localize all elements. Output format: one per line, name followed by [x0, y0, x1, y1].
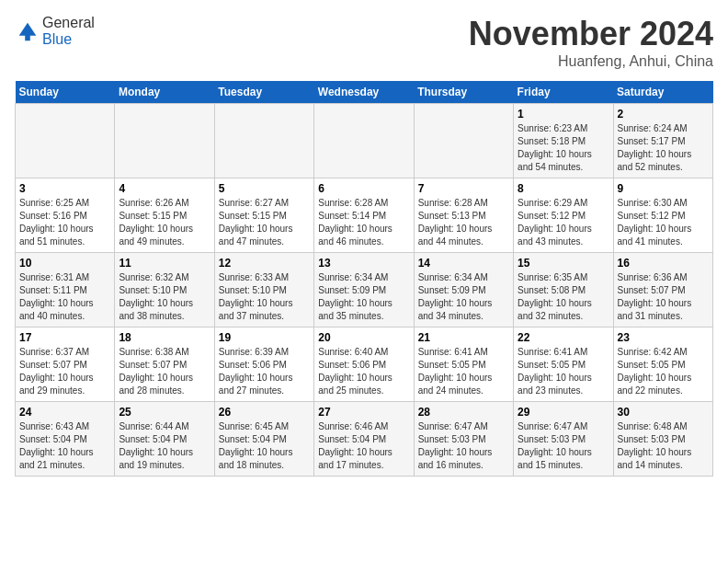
- day-info: Sunrise: 6:26 AM Sunset: 5:15 PM Dayligh…: [119, 197, 210, 248]
- calendar-cell: 9Sunrise: 6:30 AM Sunset: 5:12 PM Daylig…: [613, 178, 712, 253]
- day-number: 11: [119, 257, 210, 270]
- calendar-cell: 20Sunrise: 6:40 AM Sunset: 5:06 PM Dayli…: [314, 327, 414, 402]
- day-number: 19: [219, 331, 310, 344]
- weekday-header-friday: Friday: [514, 81, 613, 104]
- calendar-cell: 5Sunrise: 6:27 AM Sunset: 5:15 PM Daylig…: [214, 178, 313, 253]
- day-info: Sunrise: 6:25 AM Sunset: 5:16 PM Dayligh…: [19, 197, 110, 248]
- calendar-cell: 27Sunrise: 6:46 AM Sunset: 5:04 PM Dayli…: [314, 402, 414, 477]
- day-info: Sunrise: 6:28 AM Sunset: 5:14 PM Dayligh…: [318, 197, 409, 248]
- calendar-week-row: 3Sunrise: 6:25 AM Sunset: 5:16 PM Daylig…: [16, 178, 713, 253]
- day-info: Sunrise: 6:34 AM Sunset: 5:09 PM Dayligh…: [318, 271, 409, 323]
- calendar-table: SundayMondayTuesdayWednesdayThursdayFrid…: [15, 81, 713, 477]
- logo-general-text: General: [42, 15, 95, 30]
- day-info: Sunrise: 6:38 AM Sunset: 5:07 PM Dayligh…: [119, 346, 210, 397]
- day-number: 17: [19, 331, 110, 344]
- day-number: 24: [19, 406, 110, 419]
- calendar-cell: 21Sunrise: 6:41 AM Sunset: 5:05 PM Dayli…: [414, 327, 513, 402]
- day-info: Sunrise: 6:30 AM Sunset: 5:12 PM Dayligh…: [618, 197, 709, 248]
- logo-icon: [15, 18, 40, 44]
- day-number: 18: [119, 331, 210, 344]
- calendar-header: November 2024 Huanfeng, Anhui, China: [469, 15, 713, 70]
- day-number: 4: [119, 182, 210, 195]
- calendar-week-row: 17Sunrise: 6:37 AM Sunset: 5:07 PM Dayli…: [16, 327, 713, 402]
- calendar-cell: [16, 104, 115, 178]
- calendar-cell: 6Sunrise: 6:28 AM Sunset: 5:14 PM Daylig…: [314, 178, 414, 253]
- day-info: Sunrise: 6:33 AM Sunset: 5:10 PM Dayligh…: [219, 271, 310, 323]
- weekday-header-tuesday: Tuesday: [214, 81, 313, 104]
- day-info: Sunrise: 6:34 AM Sunset: 5:09 PM Dayligh…: [418, 271, 509, 323]
- day-info: Sunrise: 6:35 AM Sunset: 5:08 PM Dayligh…: [518, 271, 609, 323]
- calendar-title: November 2024: [469, 15, 713, 53]
- day-number: 3: [19, 182, 110, 195]
- day-info: Sunrise: 6:47 AM Sunset: 5:03 PM Dayligh…: [518, 420, 609, 472]
- calendar-cell: 16Sunrise: 6:36 AM Sunset: 5:07 PM Dayli…: [613, 253, 712, 327]
- calendar-cell: 18Sunrise: 6:38 AM Sunset: 5:07 PM Dayli…: [115, 327, 214, 402]
- day-info: Sunrise: 6:46 AM Sunset: 5:04 PM Dayligh…: [318, 420, 409, 472]
- calendar-cell: 19Sunrise: 6:39 AM Sunset: 5:06 PM Dayli…: [214, 327, 313, 402]
- calendar-cell: 3Sunrise: 6:25 AM Sunset: 5:16 PM Daylig…: [16, 178, 115, 253]
- day-number: 22: [518, 331, 609, 344]
- calendar-week-row: 10Sunrise: 6:31 AM Sunset: 5:11 PM Dayli…: [16, 253, 713, 327]
- calendar-week-row: 1Sunrise: 6:23 AM Sunset: 5:18 PM Daylig…: [16, 104, 713, 178]
- day-info: Sunrise: 6:45 AM Sunset: 5:04 PM Dayligh…: [219, 420, 310, 472]
- day-number: 5: [219, 182, 310, 195]
- day-info: Sunrise: 6:36 AM Sunset: 5:07 PM Dayligh…: [618, 271, 709, 323]
- logo: General Blue: [15, 15, 95, 48]
- day-number: 6: [318, 182, 409, 195]
- day-number: 14: [418, 257, 509, 270]
- calendar-cell: 29Sunrise: 6:47 AM Sunset: 5:03 PM Dayli…: [514, 402, 613, 477]
- day-number: 16: [618, 257, 709, 270]
- calendar-cell: 2Sunrise: 6:24 AM Sunset: 5:17 PM Daylig…: [613, 104, 712, 178]
- svg-marker-0: [19, 23, 37, 36]
- calendar-cell: 17Sunrise: 6:37 AM Sunset: 5:07 PM Dayli…: [16, 327, 115, 402]
- day-info: Sunrise: 6:23 AM Sunset: 5:18 PM Dayligh…: [518, 122, 609, 174]
- day-number: 2: [618, 108, 709, 121]
- day-info: Sunrise: 6:40 AM Sunset: 5:06 PM Dayligh…: [318, 346, 409, 397]
- day-number: 30: [618, 406, 709, 419]
- day-info: Sunrise: 6:41 AM Sunset: 5:05 PM Dayligh…: [518, 346, 609, 397]
- calendar-cell: 12Sunrise: 6:33 AM Sunset: 5:10 PM Dayli…: [214, 253, 313, 327]
- day-number: 27: [318, 406, 409, 419]
- calendar-week-row: 24Sunrise: 6:43 AM Sunset: 5:04 PM Dayli…: [16, 402, 713, 477]
- day-number: 29: [518, 406, 609, 419]
- weekday-header-row: SundayMondayTuesdayWednesdayThursdayFrid…: [16, 81, 713, 104]
- calendar-cell: 4Sunrise: 6:26 AM Sunset: 5:15 PM Daylig…: [115, 178, 214, 253]
- calendar-cell: 28Sunrise: 6:47 AM Sunset: 5:03 PM Dayli…: [414, 402, 513, 477]
- calendar-cell: 8Sunrise: 6:29 AM Sunset: 5:12 PM Daylig…: [514, 178, 613, 253]
- svg-rect-1: [25, 34, 30, 40]
- calendar-cell: 15Sunrise: 6:35 AM Sunset: 5:08 PM Dayli…: [514, 253, 613, 327]
- day-number: 26: [219, 406, 310, 419]
- calendar-cell: 7Sunrise: 6:28 AM Sunset: 5:13 PM Daylig…: [414, 178, 513, 253]
- weekday-header-monday: Monday: [115, 81, 214, 104]
- weekday-header-saturday: Saturday: [613, 81, 712, 104]
- day-number: 8: [518, 182, 609, 195]
- calendar-cell: 14Sunrise: 6:34 AM Sunset: 5:09 PM Dayli…: [414, 253, 513, 327]
- weekday-header-sunday: Sunday: [16, 81, 115, 104]
- day-info: Sunrise: 6:41 AM Sunset: 5:05 PM Dayligh…: [418, 346, 509, 397]
- day-number: 15: [518, 257, 609, 270]
- day-number: 9: [618, 182, 709, 195]
- calendar-cell: 30Sunrise: 6:48 AM Sunset: 5:03 PM Dayli…: [613, 402, 712, 477]
- day-info: Sunrise: 6:48 AM Sunset: 5:03 PM Dayligh…: [618, 420, 709, 472]
- calendar-cell: 11Sunrise: 6:32 AM Sunset: 5:10 PM Dayli…: [115, 253, 214, 327]
- day-info: Sunrise: 6:43 AM Sunset: 5:04 PM Dayligh…: [19, 420, 110, 472]
- day-number: 21: [418, 331, 509, 344]
- calendar-cell: 10Sunrise: 6:31 AM Sunset: 5:11 PM Dayli…: [16, 253, 115, 327]
- calendar-cell: 25Sunrise: 6:44 AM Sunset: 5:04 PM Dayli…: [115, 402, 214, 477]
- calendar-cell: [414, 104, 513, 178]
- day-info: Sunrise: 6:29 AM Sunset: 5:12 PM Dayligh…: [518, 197, 609, 248]
- day-info: Sunrise: 6:47 AM Sunset: 5:03 PM Dayligh…: [418, 420, 509, 472]
- day-info: Sunrise: 6:24 AM Sunset: 5:17 PM Dayligh…: [618, 122, 709, 174]
- day-number: 20: [318, 331, 409, 344]
- weekday-header-wednesday: Wednesday: [314, 81, 414, 104]
- page-header: General Blue November 2024 Huanfeng, Anh…: [15, 15, 713, 70]
- day-number: 1: [518, 108, 609, 121]
- day-info: Sunrise: 6:39 AM Sunset: 5:06 PM Dayligh…: [219, 346, 310, 397]
- calendar-cell: [214, 104, 313, 178]
- calendar-cell: 23Sunrise: 6:42 AM Sunset: 5:05 PM Dayli…: [613, 327, 712, 402]
- day-number: 28: [418, 406, 509, 419]
- calendar-cell: 26Sunrise: 6:45 AM Sunset: 5:04 PM Dayli…: [214, 402, 313, 477]
- day-number: 23: [618, 331, 709, 344]
- day-number: 10: [19, 257, 110, 270]
- calendar-cell: 13Sunrise: 6:34 AM Sunset: 5:09 PM Dayli…: [314, 253, 414, 327]
